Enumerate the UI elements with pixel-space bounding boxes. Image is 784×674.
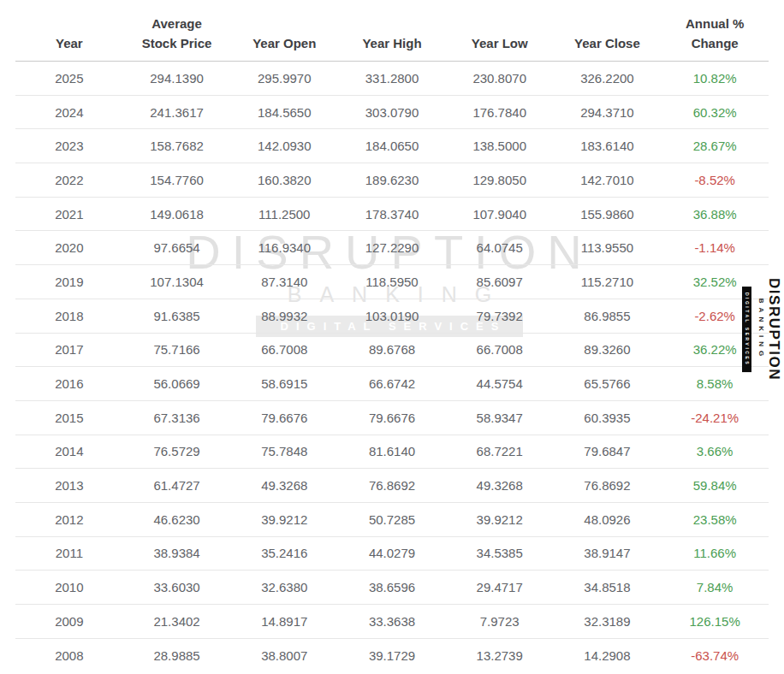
value-cell: 79.6676 bbox=[230, 411, 338, 425]
value-cell: 34.8518 bbox=[554, 580, 662, 594]
value-cell: 184.5650 bbox=[230, 105, 338, 120]
table-row: 200828.988538.800739.172913.273914.2908-… bbox=[15, 639, 769, 672]
value-cell: 33.6030 bbox=[123, 580, 231, 594]
value-cell: 107.9040 bbox=[446, 207, 554, 222]
side-logo-subtitle: BANKING bbox=[757, 278, 765, 381]
value-cell: 176.7840 bbox=[446, 105, 554, 120]
table-row: 201775.716666.700889.676866.700889.32603… bbox=[15, 334, 769, 368]
annual-change-cell: -63.74% bbox=[661, 648, 769, 663]
value-cell: 68.7221 bbox=[446, 444, 554, 458]
table-row: 201138.938435.241644.027934.538538.91471… bbox=[15, 537, 769, 571]
value-cell: 65.5766 bbox=[554, 376, 662, 391]
annual-change-cell: 3.66% bbox=[661, 444, 769, 458]
value-cell: 56.0669 bbox=[123, 376, 231, 391]
annual-change-cell: 36.88% bbox=[661, 207, 769, 222]
value-cell: 14.8917 bbox=[230, 614, 338, 629]
header-cell: Annual %Change bbox=[661, 14, 769, 53]
value-cell: 38.9147 bbox=[554, 546, 662, 560]
table-row: 201891.638588.9932103.019079.739286.9855… bbox=[15, 299, 769, 334]
table-row: 2023158.7682142.0930184.0650138.5000183.… bbox=[15, 129, 769, 163]
value-cell: 75.7166 bbox=[123, 342, 231, 357]
header-cell: Year Open bbox=[230, 33, 338, 53]
value-cell: 39.9212 bbox=[230, 512, 338, 527]
value-cell: 158.7682 bbox=[123, 139, 231, 153]
value-cell: 44.5754 bbox=[446, 376, 554, 391]
value-cell: 178.3740 bbox=[338, 207, 446, 222]
value-cell: 50.7285 bbox=[338, 512, 446, 527]
annual-change-cell: 11.66% bbox=[661, 546, 769, 560]
year-cell: 2014 bbox=[15, 444, 123, 458]
value-cell: 118.5950 bbox=[338, 275, 446, 289]
value-cell: 142.0930 bbox=[230, 139, 338, 153]
year-cell: 2016 bbox=[15, 376, 123, 391]
value-cell: 14.2908 bbox=[554, 648, 662, 663]
year-cell: 2021 bbox=[15, 207, 123, 222]
value-cell: 79.7392 bbox=[446, 309, 554, 323]
table-row: 201246.623039.921250.728539.921248.09262… bbox=[15, 503, 769, 537]
value-cell: 97.6654 bbox=[123, 240, 231, 255]
table-row: 2025294.1390295.9970331.2800230.8070326.… bbox=[15, 62, 769, 96]
year-cell: 2010 bbox=[15, 580, 123, 594]
year-cell: 2019 bbox=[15, 275, 123, 289]
value-cell: 294.1390 bbox=[123, 71, 231, 86]
value-cell: 303.0790 bbox=[338, 105, 446, 120]
table-row: 2024241.3617184.5650303.0790176.7840294.… bbox=[15, 96, 769, 130]
year-cell: 2013 bbox=[15, 478, 123, 493]
value-cell: 38.6596 bbox=[338, 580, 446, 594]
header-cell: AverageStock Price bbox=[123, 14, 231, 53]
value-cell: 44.0279 bbox=[338, 546, 446, 560]
value-cell: 87.3140 bbox=[230, 275, 338, 289]
value-cell: 28.9885 bbox=[123, 648, 231, 663]
value-cell: 21.3402 bbox=[123, 614, 231, 629]
value-cell: 241.3617 bbox=[123, 105, 231, 120]
value-cell: 127.2290 bbox=[338, 240, 446, 255]
value-cell: 58.9347 bbox=[446, 411, 554, 425]
year-cell: 2025 bbox=[15, 71, 123, 86]
year-cell: 2020 bbox=[15, 240, 123, 255]
side-logo: DISRUPTION BANKING DIGITAL SERVICES bbox=[742, 278, 781, 381]
value-cell: 81.6140 bbox=[338, 444, 446, 458]
value-cell: 103.0190 bbox=[338, 309, 446, 323]
value-cell: 142.7010 bbox=[554, 173, 662, 187]
value-cell: 88.9932 bbox=[230, 309, 338, 323]
value-cell: 64.0745 bbox=[446, 240, 554, 255]
table-row: 2019107.130487.3140118.595085.6097115.27… bbox=[15, 265, 769, 299]
value-cell: 89.3260 bbox=[554, 342, 662, 357]
year-cell: 2012 bbox=[15, 512, 123, 527]
value-cell: 116.9340 bbox=[230, 240, 338, 255]
table-row: 201567.313679.667679.667658.934760.3935-… bbox=[15, 401, 769, 435]
header-cell: Year Close bbox=[554, 33, 662, 53]
table-row: 2022154.7760160.3820189.6230129.8050142.… bbox=[15, 163, 769, 198]
year-cell: 2018 bbox=[15, 309, 123, 323]
table-row: 201361.472749.326876.869249.326876.86925… bbox=[15, 469, 769, 503]
annual-change-cell: 10.82% bbox=[661, 71, 769, 86]
annual-change-cell: -8.52% bbox=[661, 173, 769, 187]
value-cell: 154.7760 bbox=[123, 173, 231, 187]
value-cell: 86.9855 bbox=[554, 309, 662, 323]
value-cell: 331.2800 bbox=[338, 71, 446, 86]
annual-change-cell: 59.84% bbox=[661, 478, 769, 493]
annual-change-cell: 126.15% bbox=[661, 614, 769, 629]
annual-change-cell: -1.14% bbox=[661, 240, 769, 255]
value-cell: 189.6230 bbox=[338, 173, 446, 187]
value-cell: 48.0926 bbox=[554, 512, 662, 527]
year-cell: 2015 bbox=[15, 411, 123, 425]
value-cell: 85.6097 bbox=[446, 275, 554, 289]
header-cell: Year Low bbox=[446, 33, 554, 53]
value-cell: 66.6742 bbox=[338, 376, 446, 391]
table-row: 202097.6654116.9340127.229064.0745113.95… bbox=[15, 231, 769, 265]
table-row: 201476.572975.784881.614068.722179.68473… bbox=[15, 435, 769, 470]
table-body: 2025294.1390295.9970331.2800230.8070326.… bbox=[15, 62, 769, 671]
value-cell: 35.2416 bbox=[230, 546, 338, 560]
value-cell: 49.3268 bbox=[446, 478, 554, 493]
annual-change-cell: 23.58% bbox=[661, 512, 769, 527]
value-cell: 115.2710 bbox=[554, 275, 662, 289]
value-cell: 66.7008 bbox=[446, 342, 554, 357]
value-cell: 39.9212 bbox=[446, 512, 554, 527]
header-cell: Year bbox=[15, 33, 123, 53]
year-cell: 2008 bbox=[15, 648, 123, 663]
table-row: 2021149.0618111.2500178.3740107.9040155.… bbox=[15, 198, 769, 232]
value-cell: 34.5385 bbox=[446, 546, 554, 560]
value-cell: 76.8692 bbox=[338, 478, 446, 493]
year-cell: 2022 bbox=[15, 173, 123, 187]
